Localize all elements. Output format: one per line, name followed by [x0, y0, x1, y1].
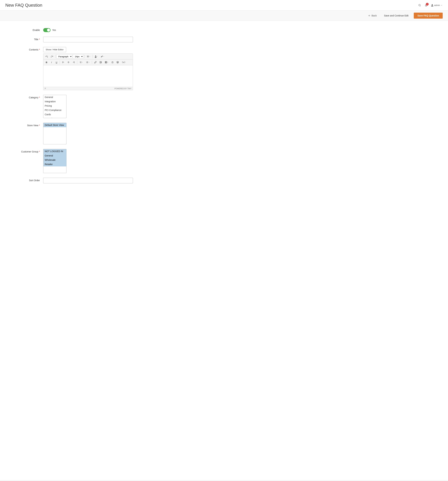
svg-point-19	[86, 62, 87, 62]
special-char-button[interactable]: Ω	[110, 60, 115, 64]
store-view-select[interactable]: Default Store View	[43, 123, 67, 144]
powered-by: POWERED BY TINY	[114, 88, 131, 90]
underline-button[interactable]: U	[54, 60, 59, 64]
enable-label: Enable	[13, 27, 43, 31]
svg-point-20	[86, 63, 87, 63]
save-continue-button[interactable]: Save and Continue Edit	[381, 13, 411, 18]
top-header: New FAQ Question 1 admin	[0, 0, 448, 11]
main-content: Enable Yes Title Contents Show / Hide Ed…	[0, 21, 448, 480]
align-left-button[interactable]	[61, 60, 66, 64]
editor-toolbar-row2: B I U 123	[43, 60, 133, 65]
table-button[interactable]	[104, 60, 110, 64]
editor-body[interactable]	[43, 65, 133, 87]
save-faq-button[interactable]: Save FAQ Question	[414, 13, 443, 19]
undo-button[interactable]	[44, 54, 49, 59]
svg-point-18	[86, 62, 87, 62]
layers-button[interactable]	[115, 60, 120, 64]
svg-text:3: 3	[80, 62, 80, 63]
sort-order-field	[43, 178, 133, 183]
store-view-row: Store View Default Store View	[13, 123, 435, 144]
notification-badge: 1	[426, 3, 429, 6]
toolbar-divider-4	[60, 61, 60, 64]
font-size-select[interactable]: 14px	[73, 54, 84, 59]
customer-group-label: Customer Group	[13, 149, 43, 153]
back-button[interactable]: Back	[366, 13, 379, 18]
title-field	[43, 37, 133, 42]
svg-marker-30	[117, 61, 119, 62]
header-actions: 1 admin	[418, 3, 443, 7]
notification-icon[interactable]: 1	[424, 3, 428, 7]
editor-statusbar: P POWERED BY TINY	[43, 87, 133, 90]
align-right-button[interactable]	[71, 60, 76, 64]
toggle-slider[interactable]	[43, 28, 51, 32]
line-height-button[interactable]	[86, 54, 91, 59]
store-view-field: Default Store View	[43, 123, 133, 144]
customer-group-select[interactable]: NOT LOGGED INGeneralWholesaleRetailer	[43, 149, 67, 173]
enable-value: Yes	[52, 29, 56, 31]
ordered-list-button[interactable]: 123	[78, 60, 84, 64]
highlight-color-button[interactable]	[99, 54, 106, 59]
wysiwyg-editor: Paragraph 14px A	[43, 53, 133, 90]
title-label: Title	[13, 37, 43, 41]
contents-row: Contents Show / Hide Editor Paragraph	[13, 47, 435, 90]
title-input[interactable]	[43, 37, 133, 42]
editor-tag: P	[45, 88, 46, 90]
svg-point-25	[100, 62, 100, 62]
admin-username: admin	[434, 4, 440, 7]
link-button[interactable]	[93, 60, 98, 64]
category-select[interactable]: GeneralIntegrationPricingPCI ComplianceC…	[43, 95, 67, 118]
svg-rect-26	[105, 61, 107, 63]
search-icon[interactable]	[418, 3, 421, 7]
paragraph-select[interactable]: Paragraph	[56, 54, 72, 59]
sort-order-input[interactable]	[43, 178, 133, 183]
enable-toggle[interactable]	[43, 28, 51, 32]
align-center-button[interactable]	[66, 60, 71, 64]
customer-group-field: NOT LOGGED INGeneralWholesaleRetailer	[43, 149, 133, 173]
show-hide-editor-button[interactable]: Show / Hide Editor	[43, 47, 66, 52]
enable-toggle-container: Yes	[43, 27, 133, 32]
font-color-button[interactable]: A	[94, 54, 99, 59]
variable-button[interactable]: (x)	[121, 60, 127, 64]
title-row: Title	[13, 37, 435, 42]
italic-button[interactable]: I	[49, 60, 54, 64]
store-view-label: Store View	[13, 123, 43, 127]
page-title: New FAQ Question	[5, 3, 42, 8]
sort-order-row: Sort Order	[13, 178, 435, 183]
contents-field: Show / Hide Editor Paragraph	[43, 47, 133, 90]
admin-user-menu[interactable]: admin	[431, 4, 443, 7]
category-row: Category GeneralIntegrationPricingPCI Co…	[13, 95, 435, 118]
sort-order-label: Sort Order	[13, 178, 43, 182]
image-button[interactable]	[98, 60, 103, 64]
category-field: GeneralIntegrationPricingPCI ComplianceC…	[43, 95, 133, 118]
editor-toolbar-row1: Paragraph 14px A	[43, 54, 133, 60]
customer-group-row: Customer Group NOT LOGGED INGeneralWhole…	[13, 149, 435, 173]
redo-button[interactable]	[50, 54, 54, 59]
enable-field: Yes	[43, 27, 133, 32]
back-label: Back	[372, 14, 377, 17]
contents-label: Contents	[13, 47, 43, 51]
category-label: Category	[13, 95, 43, 99]
enable-row: Enable Yes	[13, 27, 435, 32]
action-toolbar: Back Save and Continue Edit Save FAQ Que…	[0, 11, 448, 21]
bold-button[interactable]: B	[44, 60, 49, 64]
unordered-list-button[interactable]	[85, 60, 91, 64]
toolbar-divider-3	[92, 55, 93, 58]
